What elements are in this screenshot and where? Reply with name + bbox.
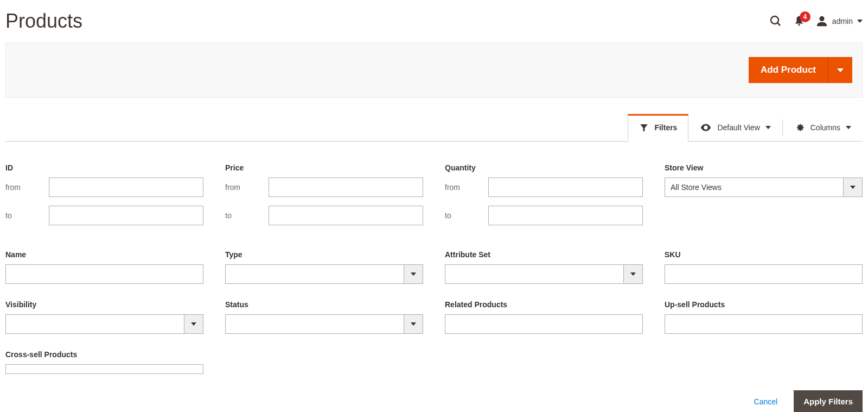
filter-upsell-label: Up-sell Products bbox=[665, 300, 863, 309]
columns-label: Columns bbox=[810, 123, 840, 132]
filter-status-select[interactable] bbox=[225, 314, 423, 334]
chevron-down-icon bbox=[630, 272, 636, 276]
filter-attribute-set: Attribute Set bbox=[445, 250, 643, 284]
filter-visibility-value bbox=[5, 314, 184, 334]
columns-button[interactable]: Columns bbox=[783, 114, 863, 141]
filters-footer: Cancel Apply Filters bbox=[5, 374, 863, 412]
filters-label: Filters bbox=[654, 123, 677, 132]
chevron-down-icon bbox=[411, 272, 416, 276]
filter-id-to-row: to bbox=[5, 206, 203, 225]
chevron-down-icon bbox=[191, 322, 196, 326]
user-menu[interactable]: admin bbox=[816, 15, 863, 27]
filter-status: Status bbox=[225, 300, 423, 334]
add-product-button[interactable]: Add Product bbox=[749, 57, 828, 83]
filter-price-to-input[interactable] bbox=[269, 206, 423, 225]
filter-related-input[interactable] bbox=[445, 314, 643, 334]
filter-type-value bbox=[225, 264, 404, 284]
filter-price-to-row: to bbox=[225, 206, 423, 225]
filter-name-label: Name bbox=[5, 250, 203, 259]
svg-point-3 bbox=[819, 16, 824, 21]
svg-line-1 bbox=[777, 23, 780, 26]
notifications-button[interactable]: 4 bbox=[793, 15, 805, 27]
filter-attribute-set-label: Attribute Set bbox=[445, 250, 643, 259]
funnel-icon bbox=[639, 123, 649, 132]
filter-name-input[interactable] bbox=[5, 264, 203, 284]
chevron-down-icon bbox=[850, 186, 856, 189]
filter-quantity-to-row: to bbox=[445, 206, 643, 225]
filter-store-view-label: Store View bbox=[665, 163, 863, 172]
select-toggle[interactable] bbox=[623, 264, 643, 284]
filter-status-label: Status bbox=[225, 300, 423, 309]
filter-sku-input[interactable] bbox=[665, 264, 863, 284]
cancel-link[interactable]: Cancel bbox=[754, 397, 778, 406]
action-bar: Add Product bbox=[5, 42, 863, 98]
filter-sku-label: SKU bbox=[665, 250, 863, 259]
header-actions: 4 admin bbox=[769, 15, 863, 28]
filter-id-to-input[interactable] bbox=[49, 206, 203, 225]
filter-visibility-select[interactable] bbox=[5, 314, 203, 334]
filter-crosssell-label: Cross-sell Products bbox=[5, 350, 203, 359]
filter-price-from-input[interactable] bbox=[269, 178, 423, 197]
filter-store-view: Store View All Store Views bbox=[665, 163, 863, 234]
select-toggle[interactable] bbox=[404, 264, 423, 284]
grid-toolbar: Filters Default View Columns bbox=[5, 114, 863, 142]
filter-quantity: Quantity from to bbox=[445, 163, 643, 234]
filters-tab[interactable]: Filters bbox=[628, 114, 688, 142]
filter-price-from-row: from bbox=[225, 178, 423, 197]
page-header: Products 4 admin bbox=[5, 0, 863, 42]
filter-price-label: Price bbox=[225, 163, 423, 172]
gear-icon bbox=[794, 122, 805, 133]
filter-quantity-from-input[interactable] bbox=[488, 178, 643, 197]
filter-type-select[interactable] bbox=[225, 264, 423, 284]
filter-upsell-products: Up-sell Products bbox=[665, 300, 863, 334]
filter-quantity-to-input[interactable] bbox=[488, 206, 643, 225]
filter-visibility: Visibility bbox=[5, 300, 203, 334]
filter-upsell-input[interactable] bbox=[665, 314, 863, 334]
filter-store-view-value: All Store Views bbox=[665, 178, 843, 197]
select-toggle[interactable] bbox=[184, 314, 203, 334]
to-label: to bbox=[225, 211, 269, 220]
from-label: from bbox=[225, 183, 269, 192]
apply-filters-button[interactable]: Apply Filters bbox=[794, 390, 863, 412]
filter-id: ID from to bbox=[5, 163, 203, 234]
filter-crosssell-products: Cross-sell Products bbox=[5, 350, 203, 374]
default-view-label: Default View bbox=[717, 123, 760, 132]
filter-related-products: Related Products bbox=[445, 300, 643, 334]
filter-attribute-set-select[interactable] bbox=[445, 264, 643, 284]
filter-price: Price from to bbox=[225, 163, 423, 234]
svg-rect-2 bbox=[798, 24, 800, 26]
filter-quantity-label: Quantity bbox=[445, 163, 643, 172]
chevron-down-icon bbox=[857, 20, 863, 23]
filter-attribute-set-value bbox=[445, 264, 623, 284]
add-product-dropdown-toggle[interactable] bbox=[828, 57, 852, 83]
filter-id-from-input[interactable] bbox=[49, 178, 203, 197]
search-icon bbox=[769, 15, 782, 28]
filter-name: Name bbox=[5, 250, 203, 284]
user-icon bbox=[816, 15, 828, 27]
filter-id-label: ID bbox=[5, 163, 203, 172]
from-label: from bbox=[445, 183, 488, 192]
filter-store-view-select[interactable]: All Store Views bbox=[665, 178, 863, 197]
add-product-split-button: Add Product bbox=[749, 57, 852, 83]
chevron-down-icon bbox=[837, 68, 844, 72]
filter-related-label: Related Products bbox=[445, 300, 643, 309]
filter-id-from-row: from bbox=[5, 178, 203, 197]
to-label: to bbox=[445, 211, 488, 220]
filter-type: Type bbox=[225, 250, 423, 284]
filter-crosssell-input[interactable] bbox=[5, 364, 203, 374]
filter-visibility-label: Visibility bbox=[5, 300, 203, 309]
filter-quantity-from-row: from bbox=[445, 178, 643, 197]
chevron-down-icon bbox=[411, 322, 416, 326]
select-toggle[interactable] bbox=[843, 178, 863, 197]
search-button[interactable] bbox=[769, 15, 782, 28]
select-toggle[interactable] bbox=[404, 314, 423, 334]
eye-icon bbox=[700, 122, 712, 134]
to-label: to bbox=[5, 211, 49, 220]
page-title: Products bbox=[5, 10, 82, 33]
default-view-button[interactable]: Default View bbox=[688, 114, 782, 141]
filters-panel: ID from to Price from to Quantity bbox=[5, 142, 863, 374]
chevron-down-icon bbox=[846, 126, 851, 129]
svg-point-0 bbox=[771, 16, 778, 24]
filter-status-value bbox=[225, 314, 404, 334]
filter-type-label: Type bbox=[225, 250, 423, 259]
